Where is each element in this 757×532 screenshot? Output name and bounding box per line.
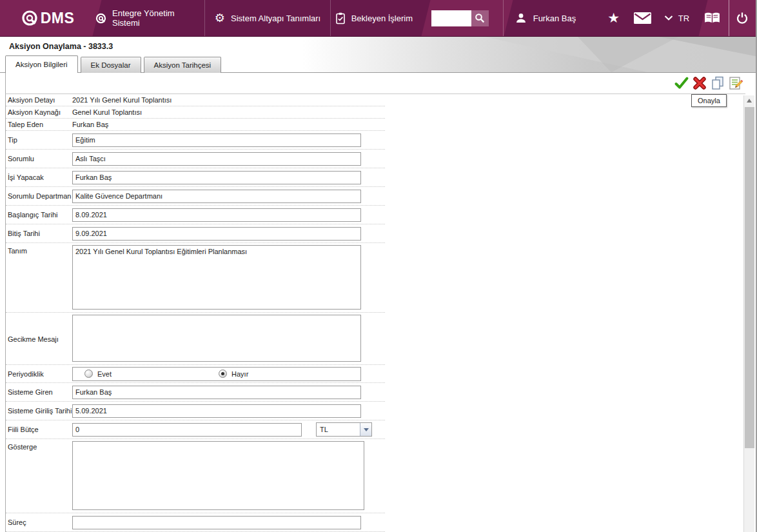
edit-note-button[interactable]	[728, 75, 743, 91]
search-input[interactable]	[431, 10, 471, 26]
isi-yapacak-input[interactable]	[72, 171, 361, 184]
sisteme-giren-input[interactable]	[72, 386, 361, 399]
radio-hayir-label: Hayır	[231, 370, 248, 378]
menu-item-label: Bekleyen İşlerim	[351, 14, 413, 23]
scroll-up-icon	[747, 99, 752, 103]
row-tip: Tip	[6, 131, 385, 150]
qdms-window: DMS Entegre Yönetim Sistemi ⚙ Sistem Alt…	[0, 0, 757, 532]
tanim-textarea[interactable]: 2021 Yılı Genel Kurul Toplantısı Eğitiml…	[72, 245, 361, 310]
radio-evet[interactable]	[84, 369, 93, 378]
currency-value: TL	[317, 426, 360, 433]
field-label: Periyodiklik	[8, 370, 72, 378]
page-header: Aksiyon Onaylama - 3833.3 Aksiyon Bilgil…	[0, 37, 756, 73]
mail-icon	[634, 12, 651, 24]
help-book-icon	[703, 12, 721, 25]
aksiyon-form: Aksiyon Detayı 2021 Yılı Genel Kurul Top…	[5, 94, 745, 532]
field-label: Sisteme Giren	[8, 388, 72, 396]
qdms-logo-icon	[21, 10, 38, 26]
row-fiili-butce: Fiili Bütçe TL	[6, 420, 385, 439]
reject-button[interactable]	[692, 75, 707, 91]
top-navbar: DMS Entegre Yönetim Sistemi ⚙ Sistem Alt…	[0, 0, 756, 37]
field-label: Fiili Bütçe	[8, 426, 72, 433]
fiili-butce-input[interactable]	[72, 423, 302, 437]
row-aksiyon-kaynagi: Aksiyon Kaynağı Genel Kurul Toplantısı	[6, 106, 385, 119]
field-label: Süreç	[8, 518, 72, 526]
approve-button[interactable]	[674, 75, 689, 91]
row-baslangic-tarihi: Başlangıç Tarihi	[6, 206, 385, 224]
radio-hayir[interactable]	[219, 369, 227, 378]
baslangic-tarihi-input[interactable]	[72, 208, 361, 222]
tip-input[interactable]	[72, 133, 361, 147]
search-button[interactable]	[471, 10, 489, 26]
row-talep-eden: Talep Eden Furkan Baş	[6, 119, 385, 131]
tab-aksiyon-bilgileri[interactable]: Aksiyon Bilgileri	[5, 55, 78, 73]
bitis-tarihi-input[interactable]	[72, 227, 361, 241]
menu-item-bekleyen-islerim[interactable]: Bekleyen İşlerim	[331, 0, 417, 37]
field-label: Gecikme Mesajı	[8, 315, 72, 362]
search-icon	[475, 13, 485, 23]
page-title: Aksiyon Onaylama - 3833.3	[9, 42, 113, 51]
field-value: Furkan Baş	[72, 121, 108, 128]
tab-aksiyon-tarihcesi[interactable]: Aksiyon Tarihçesi	[144, 57, 222, 73]
gecikme-mesaji-textarea[interactable]	[72, 315, 361, 362]
user-menu[interactable]: Furkan Baş	[503, 0, 600, 37]
row-sorumlu: Sorumlu	[6, 150, 385, 168]
surec-input[interactable]	[72, 516, 361, 529]
sisteme-girilis-tarihi-input[interactable]	[72, 404, 361, 418]
field-label: İşi Yapacak	[8, 173, 72, 181]
copy-button[interactable]	[710, 75, 725, 91]
chevron-down-icon	[664, 15, 673, 21]
navbar-search	[417, 0, 502, 37]
field-label: Aksiyon Kaynağı	[8, 108, 72, 116]
menu-item-sistem-altyapi[interactable]: ⚙ Sistem Altyapı Tanımları	[205, 0, 331, 37]
vertical-scrollbar[interactable]	[743, 95, 754, 532]
scroll-up-button[interactable]	[744, 95, 754, 106]
logout-button[interactable]	[729, 0, 756, 37]
periyodiklik-group: Evet Hayır	[72, 367, 361, 381]
field-value: Genel Kurul Toplantısı	[72, 108, 142, 116]
row-sorumlu-departman: Sorumlu Departman	[6, 187, 385, 206]
row-sisteme-girilis-tarihi: Sisteme Giriliş Tarihi	[6, 402, 385, 420]
reject-x-icon	[692, 75, 707, 91]
gosterge-textarea[interactable]	[72, 441, 364, 510]
row-gecikme-mesaji: Gecikme Mesajı	[6, 313, 385, 365]
field-label: Sorumlu Departman	[8, 192, 72, 200]
field-label: Tip	[8, 136, 72, 144]
sorumlu-departman-input[interactable]	[72, 190, 361, 203]
chevron-down-icon	[364, 428, 369, 431]
help-docs-button[interactable]	[696, 0, 729, 37]
row-bitis-tarihi: Bitiş Tarihi	[6, 224, 385, 243]
field-value: 2021 Yılı Genel Kurul Toplantısı	[72, 96, 172, 104]
field-label: Tanım	[8, 245, 72, 255]
star-icon: ★	[607, 10, 620, 26]
menu-item-label: Entegre Yönetim Sistemi	[112, 8, 204, 28]
language-selector[interactable]: TR	[657, 14, 696, 23]
power-icon	[736, 12, 749, 25]
messages-button[interactable]	[627, 0, 656, 37]
field-label: Aksiyon Detayı	[8, 96, 72, 104]
field-label: Başlangıç Tarihi	[8, 211, 72, 219]
menu-item-label: Sistem Altyapı Tanımları	[231, 14, 320, 23]
tab-ek-dosyalar[interactable]: Ek Dosyalar	[81, 57, 141, 73]
radio-evet-label: Evet	[97, 370, 112, 378]
copy-pages-icon	[710, 75, 725, 91]
scrollbar-thumb[interactable]	[745, 107, 754, 448]
row-surec: Süreç	[6, 513, 385, 532]
menu-item-entegre-yonetim[interactable]: Entegre Yönetim Sistemi	[95, 0, 205, 37]
field-label: Sorumlu	[8, 155, 72, 163]
tab-bar: Aksiyon Bilgileri Ek Dosyalar Aksiyon Ta…	[5, 55, 221, 73]
row-gosterge: Gösterge	[6, 439, 385, 513]
favorites-button[interactable]: ★	[600, 0, 627, 37]
combo-dropdown-button[interactable]	[360, 423, 371, 436]
qdms-circle-icon	[95, 13, 106, 24]
field-label: Gösterge	[8, 441, 72, 451]
currency-select[interactable]: TL	[316, 422, 372, 437]
field-label: Sisteme Giriliş Tarihi	[8, 407, 72, 415]
language-code: TR	[678, 14, 689, 23]
row-aksiyon-detayi: Aksiyon Detayı 2021 Yılı Genel Kurul Top…	[6, 94, 385, 106]
note-pencil-icon	[728, 75, 743, 91]
sorumlu-input[interactable]	[72, 152, 361, 166]
qdms-logo[interactable]: DMS	[0, 0, 95, 37]
approve-check-icon	[674, 75, 689, 91]
clipboard-check-icon	[335, 12, 346, 25]
